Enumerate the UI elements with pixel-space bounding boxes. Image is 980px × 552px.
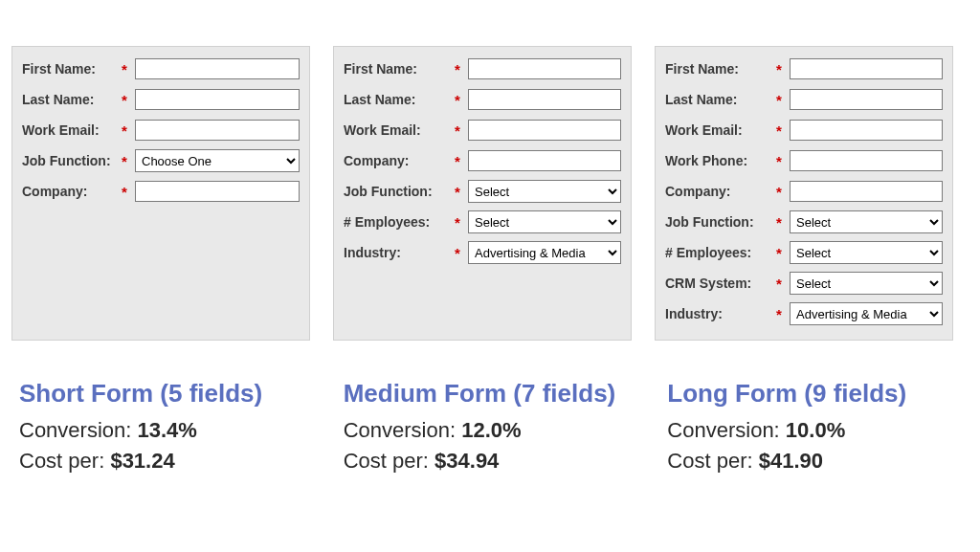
long-stats: Long Form (9 fields) Conversion: 10.0% C…: [667, 379, 969, 479]
stat-value: 13.4%: [138, 418, 197, 442]
field-label: Work Email:: [22, 122, 118, 138]
forms-row: First Name: * Last Name: * Work Email: *…: [11, 46, 969, 341]
stat-value: 12.0%: [461, 418, 521, 442]
first-name-input[interactable]: [468, 58, 621, 79]
stat-conversion: Conversion: 10.0%: [667, 418, 969, 443]
field-row: Work Phone: *: [665, 146, 943, 175]
stat-value: 10.0%: [786, 418, 845, 442]
field-row: Industry: * Advertising & Media: [344, 238, 621, 267]
required-marker-icon: *: [451, 184, 464, 200]
required-marker-icon: *: [772, 245, 786, 261]
last-name-input[interactable]: [468, 89, 621, 110]
required-marker-icon: *: [772, 153, 786, 169]
job-function-select[interactable]: Select: [468, 180, 621, 203]
field-row: CRM System: * Select: [665, 269, 943, 298]
field-label: # Employees:: [344, 214, 451, 230]
short-stats: Short Form (5 fields) Conversion: 13.4% …: [19, 379, 321, 479]
field-label: Last Name:: [665, 92, 772, 107]
required-marker-icon: *: [118, 122, 131, 139]
stat-label: Conversion:: [667, 418, 779, 442]
field-label: Work Email:: [344, 122, 451, 138]
field-row: Job Function: * Select: [665, 208, 943, 236]
required-marker-icon: *: [772, 61, 786, 77]
last-name-input[interactable]: [135, 89, 300, 110]
stats-row: Short Form (5 fields) Conversion: 13.4% …: [11, 379, 969, 479]
stat-label: Cost per:: [19, 449, 104, 473]
job-function-select[interactable]: Select: [790, 210, 943, 233]
short-form: First Name: * Last Name: * Work Email: *…: [11, 46, 310, 341]
required-marker-icon: *: [118, 153, 131, 169]
stat-label: Conversion:: [344, 418, 456, 442]
work-email-input[interactable]: [468, 120, 621, 141]
first-name-input[interactable]: [135, 58, 300, 79]
job-function-select[interactable]: Choose One: [135, 149, 300, 172]
stat-conversion: Conversion: 12.0%: [344, 418, 645, 443]
page: First Name: * Last Name: * Work Email: *…: [0, 0, 980, 552]
field-row: Last Name: *: [344, 85, 621, 114]
stat-conversion: Conversion: 13.4%: [19, 418, 321, 443]
required-marker-icon: *: [451, 153, 464, 169]
required-marker-icon: *: [451, 214, 464, 231]
employees-select[interactable]: Select: [468, 210, 621, 233]
field-label: Industry:: [665, 306, 772, 321]
stat-title: Medium Form (7 fields): [344, 379, 645, 408]
medium-stats: Medium Form (7 fields) Conversion: 12.0%…: [344, 379, 645, 479]
required-marker-icon: *: [451, 245, 464, 261]
stat-label: Conversion:: [19, 418, 131, 442]
industry-select[interactable]: Advertising & Media: [468, 241, 621, 264]
required-marker-icon: *: [772, 184, 786, 200]
field-label: # Employees:: [665, 245, 772, 260]
company-input[interactable]: [790, 181, 943, 202]
field-label: Last Name:: [22, 92, 118, 107]
required-marker-icon: *: [772, 92, 786, 108]
required-marker-icon: *: [772, 122, 786, 139]
industry-select[interactable]: Advertising & Media: [790, 302, 943, 325]
employees-select[interactable]: Select: [790, 241, 943, 264]
stat-cost: Cost per: $31.24: [19, 449, 321, 474]
stat-cost: Cost per: $41.90: [667, 449, 969, 474]
field-label: Last Name:: [344, 92, 451, 107]
field-label: Job Function:: [344, 184, 451, 199]
field-row: Job Function: * Select: [344, 177, 621, 206]
required-marker-icon: *: [451, 92, 464, 108]
stat-value: $41.90: [759, 449, 823, 473]
work-email-input[interactable]: [135, 120, 300, 141]
work-phone-input[interactable]: [790, 150, 943, 171]
field-row: Work Email: *: [22, 116, 300, 144]
required-marker-icon: *: [118, 61, 131, 77]
required-marker-icon: *: [772, 214, 786, 231]
field-label: Company:: [22, 184, 118, 199]
field-row: Last Name: *: [22, 85, 300, 114]
long-form: First Name: * Last Name: * Work Email: *…: [655, 46, 953, 341]
work-email-input[interactable]: [790, 120, 943, 141]
required-marker-icon: *: [451, 122, 464, 139]
required-marker-icon: *: [451, 61, 464, 77]
required-marker-icon: *: [772, 276, 786, 292]
stat-label: Cost per:: [344, 449, 429, 473]
first-name-input[interactable]: [790, 58, 943, 79]
field-row: First Name: *: [665, 55, 943, 83]
field-label: Work Phone:: [665, 153, 772, 168]
stat-label: Cost per:: [667, 449, 752, 473]
company-input[interactable]: [468, 150, 621, 171]
field-row: First Name: *: [22, 55, 300, 83]
field-row: # Employees: * Select: [665, 238, 943, 267]
required-marker-icon: *: [772, 306, 786, 322]
last-name-input[interactable]: [790, 89, 943, 110]
field-row: Work Email: *: [665, 116, 943, 144]
stat-cost: Cost per: $34.94: [344, 449, 645, 474]
field-row: Work Email: *: [344, 116, 621, 144]
required-marker-icon: *: [118, 184, 131, 200]
required-marker-icon: *: [118, 92, 131, 108]
field-label: Company:: [665, 184, 772, 199]
company-input[interactable]: [135, 181, 300, 202]
crm-system-select[interactable]: Select: [790, 272, 943, 295]
field-label: First Name:: [665, 61, 772, 77]
field-row: Company: *: [22, 177, 300, 206]
stat-title: Short Form (5 fields): [19, 379, 321, 408]
medium-form: First Name: * Last Name: * Work Email: *…: [333, 46, 632, 341]
field-row: Job Function: * Choose One: [22, 146, 300, 175]
field-label: First Name:: [344, 61, 451, 77]
field-label: Job Function:: [22, 153, 118, 168]
field-row: Last Name: *: [665, 85, 943, 114]
